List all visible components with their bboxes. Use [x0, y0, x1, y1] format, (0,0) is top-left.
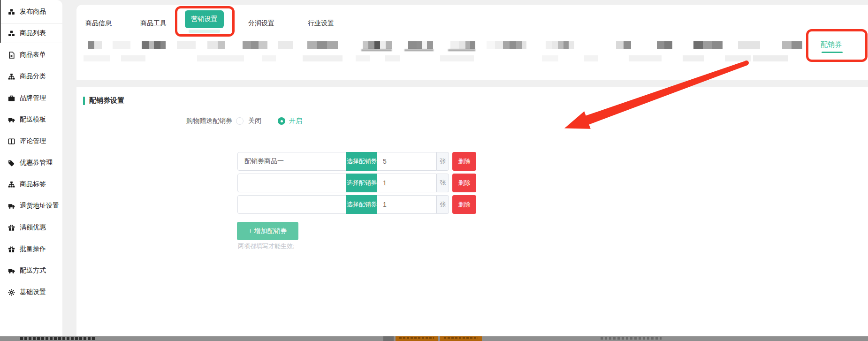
radio-on[interactable]: [278, 117, 285, 125]
coupon-row: 选择配销券 张 删除: [237, 174, 476, 192]
tab-0[interactable]: 商品信息: [85, 19, 112, 28]
redacted-block: [569, 41, 574, 49]
sidebar-item-label: 发布商品: [20, 8, 46, 16]
coupon-product-input[interactable]: [237, 152, 346, 171]
radio-off-label[interactable]: 关闭: [248, 117, 261, 125]
coupon-qty-input[interactable]: [377, 174, 436, 192]
sidebar-item[interactable]: 商品列表: [0, 23, 62, 44]
radio-on-label[interactable]: 开启: [289, 117, 302, 125]
redacted-block: [197, 55, 244, 61]
radio-off[interactable]: [236, 117, 244, 125]
redacted-block: [303, 55, 343, 61]
taskbar-redacted-block: [383, 336, 394, 341]
coupon-qty-input[interactable]: [377, 195, 436, 214]
redacted-block: [542, 55, 558, 61]
redacted-block: [546, 41, 552, 49]
redacted-block: [558, 41, 563, 49]
sidebar-item-label: 基础设置: [20, 288, 46, 296]
cubes-icon: [8, 30, 15, 37]
redacted-block: [510, 41, 516, 49]
coupon-rows: 选择配销券 张 删除 选择配销券 张 删除 选择配销券 张 删除: [237, 152, 476, 217]
coupon-row: 选择配销券 张 删除: [237, 195, 476, 214]
briefcase-icon: [8, 95, 15, 102]
select-coupon-button[interactable]: 选择配销券: [346, 174, 377, 192]
title-accent-bar: [83, 97, 85, 105]
annotation-box-coupon-subtab: [806, 29, 868, 62]
delete-row-button[interactable]: 删除: [452, 174, 476, 192]
sidebar-item[interactable]: 满额优惠: [0, 217, 62, 238]
redacted-block: [207, 41, 218, 49]
sidebar-item[interactable]: 配送模板: [0, 109, 62, 130]
sidebar-item-label: 满额优惠: [20, 223, 46, 232]
sidebar-item[interactable]: 配送方式: [0, 260, 62, 281]
panel-title: 配销券设置: [83, 96, 124, 105]
redacted-block: [356, 55, 370, 61]
redacted-block: [616, 41, 624, 49]
sidebar-item-label: 批量操作: [20, 245, 46, 253]
redacted-block: [516, 41, 522, 49]
delete-row-button[interactable]: 删除: [452, 152, 476, 171]
sitemap-icon: [8, 181, 15, 188]
sidebar-item[interactable]: 优惠券管理: [0, 152, 62, 174]
sidebar-item[interactable]: 基础设置: [0, 281, 62, 303]
redacted-block: [386, 41, 392, 49]
sidebar-item[interactable]: 批量操作: [0, 238, 62, 260]
coupon-product-input[interactable]: [237, 174, 346, 192]
add-coupon-button[interactable]: + 增加配销券: [237, 222, 298, 240]
tab-4[interactable]: 行业设置: [308, 19, 334, 28]
sidebar-item-label: 商品标签: [20, 180, 46, 189]
redacted-block: [782, 41, 792, 49]
sidebar-item[interactable]: 商品分类: [0, 66, 62, 87]
file-excel-icon: [8, 52, 15, 59]
qty-unit-label: 张: [436, 174, 449, 192]
redacted-block: [753, 55, 788, 61]
redacted-block: [470, 41, 475, 49]
redacted-block: [385, 55, 400, 61]
sidebar-accent-line: [0, 0, 1, 43]
redacted-block: [440, 55, 474, 61]
redacted-block: [363, 41, 368, 49]
select-coupon-button[interactable]: 选择配销券: [346, 195, 377, 214]
redacted-block: [218, 41, 225, 49]
sidebar-item[interactable]: 品牌管理: [0, 87, 62, 109]
coupon-qty-input[interactable]: [377, 152, 436, 171]
sidebar-item-label: 配送模板: [20, 115, 46, 124]
redacted-text-smudge: [448, 49, 475, 51]
redacted-block: [664, 41, 672, 49]
redacted-block: [522, 41, 526, 49]
annotation-box-marketing-tab: [175, 6, 235, 37]
select-coupon-button[interactable]: 选择配销券: [346, 152, 377, 171]
form-hint: 两项都填写才能生效;: [238, 242, 295, 250]
redacted-block: [584, 55, 598, 61]
redacted-block: [121, 55, 145, 61]
redacted-block: [160, 41, 166, 49]
tab-3[interactable]: 分润设置: [248, 19, 274, 28]
coupon-product-input[interactable]: [237, 195, 346, 214]
delete-row-button[interactable]: 删除: [452, 195, 476, 214]
gift-icon: [8, 246, 15, 253]
redacted-text-smudge: [404, 49, 434, 51]
tab-1[interactable]: 商品工具: [140, 19, 167, 28]
sidebar: 发布商品商品列表商品表单商品分类品牌管理配送模板评论管理优惠券管理商品标签退货地…: [0, 0, 62, 341]
redacted-block: [683, 55, 704, 61]
sidebar-item[interactable]: 商品标签: [0, 174, 62, 195]
sidebar-item[interactable]: 发布商品: [0, 1, 62, 23]
redacted-block: [149, 41, 154, 49]
sidebar-item-label: 退货地址设置: [20, 202, 59, 210]
sidebar-item[interactable]: 商品表单: [0, 44, 62, 66]
tabs-card: 商品信息商品工具营销设置分润设置行业设置 配销券: [76, 5, 868, 80]
redacted-block: [278, 41, 293, 49]
redacted-block: [88, 41, 94, 49]
redacted-block: [408, 41, 417, 49]
redacted-block: [417, 41, 422, 49]
redacted-block: [629, 55, 662, 61]
sidebar-item[interactable]: 评论管理: [0, 130, 62, 152]
sidebar-item[interactable]: 退货地址设置: [0, 195, 62, 217]
redacted-block: [374, 41, 380, 49]
redacted-block: [563, 41, 569, 49]
redacted-block: [693, 41, 703, 49]
sidebar-item-label: 商品列表: [20, 29, 46, 38]
truck-icon: [8, 267, 15, 274]
taskbar-redacted-text: [20, 337, 95, 340]
redacted-block: [327, 41, 338, 49]
